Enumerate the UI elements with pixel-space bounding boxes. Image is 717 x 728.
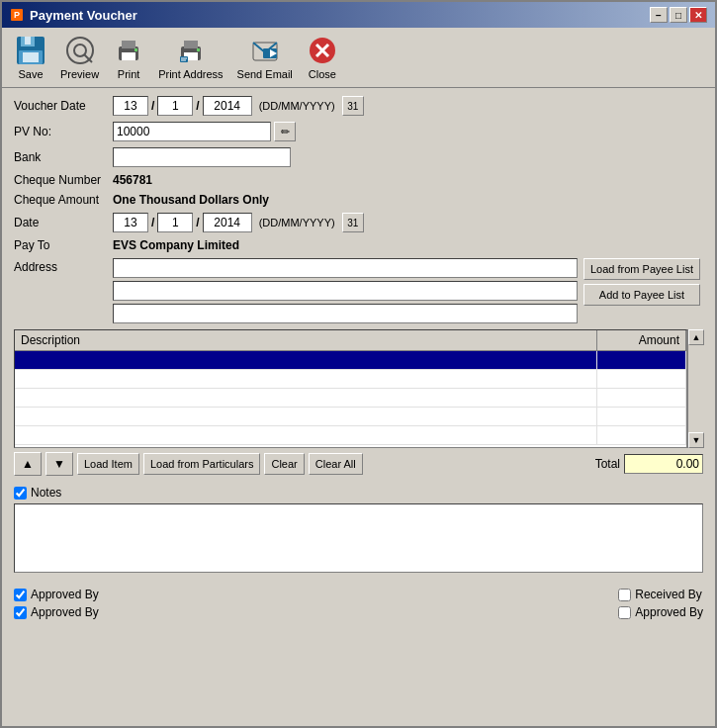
send-email-button[interactable]: Send Email bbox=[232, 32, 298, 83]
date-row: Date / / (DD/MM/YYYY) 31 bbox=[14, 213, 703, 232]
notes-header: Notes bbox=[14, 486, 703, 500]
table-inner: Description Amount bbox=[14, 329, 687, 448]
move-up-button[interactable]: ▲ bbox=[14, 452, 42, 476]
notes-section: Notes bbox=[14, 486, 703, 576]
date-format-label-2: (DD/MM/YYYY) bbox=[259, 217, 335, 228]
save-button[interactable]: Save bbox=[10, 32, 51, 83]
received-by-item: Received By bbox=[618, 588, 703, 601]
approved-by-2-item: Approved By bbox=[14, 605, 99, 619]
voucher-date-month[interactable] bbox=[157, 96, 193, 116]
title-bar: P Payment Voucher − □ ✕ bbox=[2, 2, 715, 28]
clear-button[interactable]: Clear bbox=[264, 453, 304, 475]
notes-label: Notes bbox=[31, 486, 61, 500]
svg-rect-15 bbox=[184, 41, 198, 48]
bank-input[interactable] bbox=[113, 147, 291, 167]
date-group: / / (DD/MM/YYYY) 31 bbox=[113, 213, 364, 232]
add-to-payee-list-button[interactable]: Add to Payee List bbox=[583, 284, 700, 306]
svg-rect-4 bbox=[25, 37, 31, 45]
close-button[interactable]: Close bbox=[302, 32, 343, 83]
table-row[interactable] bbox=[15, 370, 686, 389]
date-year[interactable] bbox=[203, 213, 252, 232]
load-from-particulars-button[interactable]: Load from Particulars bbox=[143, 453, 261, 475]
address-label: Address bbox=[14, 258, 113, 274]
minimize-button[interactable]: − bbox=[650, 7, 668, 23]
preview-icon bbox=[64, 35, 96, 66]
table-row[interactable] bbox=[15, 426, 686, 445]
approved-by-3-label: Approved By bbox=[635, 605, 703, 619]
approved-by-3-item: Approved By bbox=[618, 605, 703, 619]
voucher-date-label: Voucher Date bbox=[14, 99, 113, 113]
address-fields bbox=[113, 258, 578, 323]
date-day[interactable] bbox=[113, 213, 148, 232]
total-input[interactable] bbox=[624, 454, 703, 474]
voucher-date-calendar-button[interactable]: 31 bbox=[342, 96, 364, 116]
table-cell-amount bbox=[597, 426, 686, 444]
pay-to-label: Pay To bbox=[14, 238, 113, 252]
total-label: Total bbox=[595, 457, 620, 471]
address-line3[interactable] bbox=[113, 304, 578, 323]
table-cell-amount bbox=[597, 370, 686, 388]
scroll-down-button[interactable]: ▼ bbox=[688, 432, 704, 448]
clear-all-button[interactable]: Clear All bbox=[309, 453, 363, 475]
received-by-label: Received By bbox=[635, 588, 701, 601]
total-row: Total bbox=[595, 454, 703, 474]
send-email-icon bbox=[249, 35, 281, 66]
table-row[interactable] bbox=[15, 351, 686, 370]
svg-rect-6 bbox=[23, 52, 39, 62]
address-line2[interactable] bbox=[113, 281, 578, 301]
close-icon bbox=[307, 35, 338, 66]
table-cell-amount bbox=[597, 389, 686, 407]
maximize-button[interactable]: □ bbox=[670, 7, 687, 23]
col-amount-header: Amount bbox=[597, 330, 686, 350]
received-by-checkbox[interactable] bbox=[618, 589, 631, 601]
table-row[interactable] bbox=[15, 408, 686, 426]
scroll-up-button[interactable]: ▲ bbox=[688, 329, 704, 345]
print-address-button[interactable]: Print Address bbox=[153, 32, 227, 83]
close-label: Close bbox=[309, 68, 336, 80]
voucher-date-day[interactable] bbox=[113, 96, 148, 116]
table-scrollbar: ▲ ▼ bbox=[687, 329, 703, 448]
load-from-payee-list-button[interactable]: Load from Payee List bbox=[583, 258, 700, 280]
payment-voucher-window: P Payment Voucher − □ ✕ Save bbox=[0, 0, 717, 728]
date-sep-4: / bbox=[196, 216, 199, 229]
date-month[interactable] bbox=[157, 213, 193, 232]
table-header: Description Amount bbox=[15, 330, 686, 351]
scroll-track bbox=[688, 345, 703, 432]
svg-rect-18 bbox=[180, 56, 188, 62]
svg-rect-11 bbox=[122, 41, 135, 48]
date-sep-2: / bbox=[196, 99, 199, 113]
pv-no-edit-button[interactable]: ✏ bbox=[274, 122, 296, 141]
cheque-amount-value: One Thousand Dollars Only bbox=[113, 193, 269, 207]
preview-button[interactable]: Preview bbox=[55, 32, 104, 83]
pv-no-input[interactable] bbox=[113, 122, 271, 141]
pv-no-label: PV No: bbox=[14, 125, 113, 138]
voucher-date-year[interactable] bbox=[203, 96, 252, 116]
load-item-button[interactable]: Load Item bbox=[77, 453, 139, 475]
cheque-number-label: Cheque Number bbox=[14, 173, 113, 187]
notes-textarea[interactable] bbox=[14, 503, 703, 573]
notes-checkbox[interactable] bbox=[14, 487, 27, 500]
cheque-amount-label: Cheque Amount bbox=[14, 193, 113, 207]
pay-to-value: EVS Company Limited bbox=[113, 238, 239, 252]
approved-by-3-checkbox[interactable] bbox=[618, 606, 631, 619]
print-button[interactable]: Print bbox=[108, 32, 149, 83]
svg-rect-13 bbox=[134, 48, 137, 51]
table-row[interactable] bbox=[15, 389, 686, 408]
address-line1[interactable] bbox=[113, 258, 578, 278]
close-window-button[interactable]: ✕ bbox=[689, 7, 707, 23]
cheque-amount-row: Cheque Amount One Thousand Dollars Only bbox=[14, 193, 703, 207]
move-down-button[interactable]: ▼ bbox=[45, 452, 73, 476]
print-label: Print bbox=[118, 68, 140, 80]
svg-rect-12 bbox=[122, 52, 135, 60]
date-format-label: (DD/MM/YYYY) bbox=[259, 100, 335, 112]
svg-text:P: P bbox=[14, 10, 20, 20]
table-cell-desc bbox=[15, 370, 597, 388]
date-calendar-button[interactable]: 31 bbox=[342, 213, 364, 232]
approved-by-2-checkbox[interactable] bbox=[14, 606, 27, 619]
approved-by-1-checkbox[interactable] bbox=[14, 589, 27, 601]
table-cell-desc bbox=[15, 408, 597, 425]
voucher-date-row: Voucher Date / / (DD/MM/YYYY) 31 bbox=[14, 96, 703, 116]
print-icon bbox=[113, 35, 144, 66]
pv-no-row: PV No: ✏ bbox=[14, 122, 703, 141]
address-buttons: Load from Payee List Add to Payee List bbox=[583, 258, 700, 306]
